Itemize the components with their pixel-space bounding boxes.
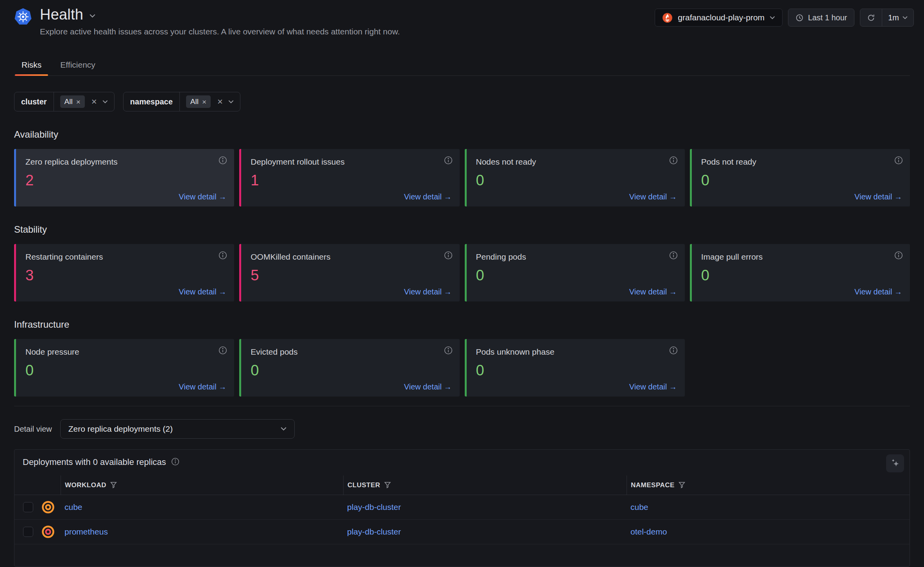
- datasource-picker[interactable]: grafanacloud-play-prom: [655, 9, 783, 27]
- card-value: 3: [25, 267, 226, 284]
- view-detail-link[interactable]: View detail →: [854, 192, 902, 201]
- view-detail-link[interactable]: View detail →: [179, 192, 226, 201]
- table-header-namespace[interactable]: NAMESPACE: [627, 475, 910, 495]
- view-detail-link[interactable]: View detail →: [404, 192, 452, 201]
- time-range-picker[interactable]: Last 1 hour: [788, 9, 854, 27]
- namespace-link[interactable]: otel-demo: [627, 527, 910, 536]
- refresh-interval-dropdown[interactable]: 1m: [882, 9, 913, 26]
- view-detail-link[interactable]: View detail →: [629, 192, 677, 201]
- time-range-label: Last 1 hour: [808, 13, 847, 22]
- card-value: 0: [476, 362, 676, 379]
- chip-remove-icon[interactable]: ×: [202, 98, 206, 106]
- info-icon[interactable]: [669, 346, 678, 355]
- severity-ring-icon: [41, 501, 55, 514]
- filter-chevron-down-icon[interactable]: [102, 100, 108, 104]
- namespace-link[interactable]: cube: [627, 502, 910, 512]
- card-value: 2: [25, 172, 226, 189]
- filter-bar: cluster All × × namespace All × ×: [14, 92, 910, 111]
- availability-cards: Zero replica deployments 2 View detail →…: [14, 149, 910, 206]
- filter-namespace-value-chip[interactable]: All ×: [186, 95, 211, 108]
- info-icon[interactable]: [171, 458, 179, 466]
- info-icon[interactable]: [444, 156, 453, 165]
- card-value: 1: [251, 172, 451, 189]
- infrastructure-cards: Node pressure 0 View detail → Evicted po…: [14, 339, 910, 397]
- card-node-pressure[interactable]: Node pressure 0 View detail →: [14, 339, 234, 397]
- info-icon[interactable]: [218, 156, 227, 165]
- table-header-select-column: [14, 475, 61, 495]
- info-icon[interactable]: [894, 156, 903, 165]
- prometheus-icon: [662, 13, 673, 23]
- dashboard-header: Health Explore active health issues acro…: [14, 0, 910, 38]
- filter-cluster: cluster All × ×: [14, 92, 115, 111]
- view-detail-link[interactable]: View detail →: [404, 287, 452, 296]
- view-detail-link[interactable]: View detail →: [629, 287, 677, 296]
- detail-view-select[interactable]: Zero replica deployments (2): [60, 419, 295, 439]
- card-value: 0: [476, 172, 676, 189]
- filter-clear-icon[interactable]: ×: [91, 97, 97, 106]
- card-nodes-not-ready[interactable]: Nodes not ready 0 View detail →: [465, 149, 685, 206]
- card-deployment-rollout-issues[interactable]: Deployment rollout issues 1 View detail …: [239, 149, 459, 206]
- filter-funnel-icon[interactable]: [679, 482, 685, 488]
- clock-history-icon: [795, 14, 804, 22]
- table-row: cube play-db-cluster cube: [14, 495, 910, 520]
- table-header-cluster[interactable]: CLUSTER: [343, 475, 627, 495]
- card-image-pull-errors[interactable]: Image pull errors 0 View detail →: [690, 244, 910, 301]
- ai-assistant-button[interactable]: [886, 454, 904, 472]
- info-icon[interactable]: [669, 251, 678, 260]
- refresh-chevron-down-icon: [903, 16, 908, 20]
- cluster-link[interactable]: play-db-cluster: [343, 527, 627, 536]
- view-detail-link[interactable]: View detail →: [179, 287, 226, 296]
- view-detail-link[interactable]: View detail →: [404, 382, 452, 391]
- row-checkbox[interactable]: [23, 527, 33, 537]
- info-icon[interactable]: [218, 346, 227, 355]
- card-evicted-pods[interactable]: Evicted pods 0 View detail →: [239, 339, 459, 397]
- tab-bar: Risks Efficiency: [14, 56, 910, 76]
- workload-link[interactable]: cube: [61, 502, 343, 512]
- chip-remove-icon[interactable]: ×: [76, 98, 81, 106]
- card-zero-replica-deployments[interactable]: Zero replica deployments 2 View detail →: [14, 149, 234, 206]
- datasource-name: grafanacloud-play-prom: [678, 13, 765, 22]
- card-value: 0: [701, 172, 901, 189]
- tab-risks[interactable]: Risks: [15, 56, 48, 75]
- filter-clear-icon[interactable]: ×: [217, 97, 223, 106]
- filter-funnel-icon[interactable]: [110, 482, 117, 488]
- toolbar: grafanacloud-play-prom Last 1 hour: [655, 9, 914, 27]
- datasource-chevron-down-icon: [770, 16, 775, 20]
- view-detail-link[interactable]: View detail →: [629, 382, 677, 391]
- section-title-stability: Stability: [14, 224, 910, 235]
- card-pending-pods[interactable]: Pending pods 0 View detail →: [465, 244, 685, 301]
- card-value: 0: [251, 362, 451, 379]
- filter-cluster-label: cluster: [14, 92, 54, 111]
- card-restarting-containers[interactable]: Restarting containers 3 View detail →: [14, 244, 234, 301]
- detail-view-row: Detail view Zero replica deployments (2): [14, 419, 910, 439]
- view-detail-link[interactable]: View detail →: [179, 382, 226, 391]
- title-chevron-down-icon[interactable]: [90, 14, 95, 18]
- info-icon[interactable]: [444, 346, 453, 355]
- view-detail-link[interactable]: View detail →: [854, 287, 902, 296]
- info-icon[interactable]: [894, 251, 903, 260]
- refresh-button[interactable]: [860, 9, 882, 26]
- tab-efficiency[interactable]: Efficiency: [54, 56, 102, 75]
- info-icon[interactable]: [218, 251, 227, 260]
- card-pods-unknown-phase[interactable]: Pods unknown phase 0 View detail →: [465, 339, 685, 397]
- info-icon[interactable]: [444, 251, 453, 260]
- select-chevron-down-icon: [281, 427, 287, 431]
- card-oomkilled-containers[interactable]: OOMKilled containers 5 View detail →: [239, 244, 459, 301]
- workload-link[interactable]: prometheus: [61, 527, 343, 536]
- filter-chevron-down-icon[interactable]: [228, 100, 234, 104]
- filter-namespace: namespace All × ×: [123, 92, 240, 111]
- filter-namespace-label: namespace: [124, 92, 179, 111]
- row-checkbox[interactable]: [23, 502, 33, 512]
- kubernetes-logo-icon: [14, 8, 32, 26]
- deployments-panel: Deployments with 0 available replicas WO…: [14, 449, 910, 567]
- cluster-link[interactable]: play-db-cluster: [343, 502, 627, 512]
- filter-funnel-icon[interactable]: [384, 482, 391, 488]
- card-value: 0: [476, 267, 676, 284]
- sparkles-icon: [889, 458, 901, 469]
- filter-cluster-value-chip[interactable]: All ×: [60, 95, 85, 108]
- table-header-workload[interactable]: WORKLOAD: [61, 475, 343, 495]
- section-title-availability: Availability: [14, 129, 910, 140]
- card-pods-not-ready[interactable]: Pods not ready 0 View detail →: [690, 149, 910, 206]
- info-icon[interactable]: [669, 156, 678, 165]
- table-row: prometheus play-db-cluster otel-demo: [14, 520, 910, 544]
